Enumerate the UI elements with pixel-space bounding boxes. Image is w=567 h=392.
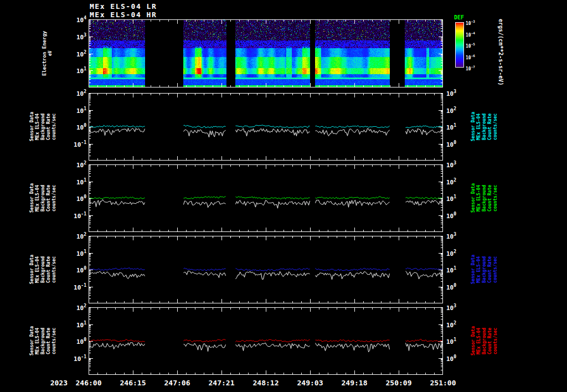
left-y-tick-label: 104 — [56, 16, 86, 24]
exponent: 1 — [453, 266, 456, 271]
x-tick-label: 250:09 — [379, 379, 419, 387]
axis-label-line: MEx ELS-04 — [35, 236, 40, 303]
axis-label-line: MEx ELS-04 — [477, 93, 481, 161]
colorbar-tick-label: 10-3 — [466, 19, 475, 26]
exponent: 2 — [84, 50, 86, 55]
x-tick-label: 248:12 — [246, 379, 286, 387]
axis-label-line: counts/sec — [52, 164, 56, 232]
exponent: 1 — [84, 66, 86, 71]
exponent: 0 — [453, 354, 456, 359]
panel-1-left-axis-label: Sensor DataMEx ELS-04BackgroundCount Rat… — [30, 93, 56, 161]
left-y-tick-label: 102 — [56, 303, 86, 312]
left-y-tick-label: 100 — [56, 337, 86, 345]
exponent: 1 — [453, 194, 456, 199]
right-y-tick-label: 103 — [446, 303, 472, 312]
plot-title-hr: MEx ELS-04 HR — [90, 11, 157, 19]
axis-label-line: Background — [41, 164, 45, 232]
exponent: 1 — [84, 249, 86, 254]
electron-energy-axis-label: Electron Energy — [42, 19, 47, 87]
left-y-tick-label: 101 — [56, 66, 86, 75]
x-tick-label: 247:06 — [157, 379, 197, 387]
left-y-tick-label: 102 — [56, 89, 86, 97]
left-y-tick-label: 100 — [56, 194, 86, 203]
colorbar-tick-label: 10-7 — [466, 65, 475, 71]
axis-label-line: Count Rate — [488, 93, 492, 161]
exponent: 3 — [453, 303, 456, 308]
left-y-tick-label: 102 — [56, 232, 86, 240]
left-y-tick-label: 101 — [56, 249, 86, 257]
panel-1-right-axis-label: Sensor DataMEx ELS-04BackgroundCount Rat… — [471, 93, 498, 161]
axis-label-line: Count Rate — [488, 307, 492, 375]
exponent: 1 — [84, 178, 86, 183]
exponent: -7 — [471, 65, 475, 69]
colorbar-tick-label: 10-5 — [466, 42, 475, 49]
axis-label-line: Sensor Data — [30, 164, 34, 232]
colorbar-tick-label: 10-6 — [466, 54, 475, 60]
panel-2-right-axis-label: Sensor DataMEx ELS-04BackgroundCount Rat… — [471, 164, 498, 232]
right-y-tick-label: 100 — [446, 140, 472, 148]
panel-2-left-axis-label: Sensor DataMEx ELS-04BackgroundCount Rat… — [30, 164, 56, 232]
exponent: 1 — [453, 337, 456, 342]
axis-label-line: Count Rate — [47, 164, 51, 232]
axis-label-line: Count Rate — [488, 236, 492, 303]
axis-label-line: MEx ELS-04 — [477, 164, 481, 232]
exponent: 2 — [453, 249, 456, 254]
exponent: -1 — [81, 212, 86, 216]
exponent: 2 — [453, 321, 456, 326]
axis-label-line: counts/sec — [493, 164, 498, 232]
line-panel-1-canvas — [89, 93, 443, 161]
exponent: -1 — [81, 283, 86, 288]
axis-label-line: Background — [482, 307, 487, 375]
axis-label-line: counts/sec — [493, 236, 498, 303]
left-y-tick-label: 100 — [56, 266, 86, 274]
right-y-tick-label: 103 — [446, 89, 472, 97]
x-tick-label: 246:00 — [69, 379, 109, 387]
right-y-tick-label: 100 — [446, 354, 472, 363]
axis-label-line: Background — [41, 307, 45, 375]
axis-label-line: Sensor Data — [30, 236, 34, 303]
right-y-tick-label: 101 — [446, 123, 472, 131]
plot-title-lr: MEx ELS-04 LR — [90, 2, 157, 11]
panel-3-right-axis-label: Sensor DataMEx ELS-04BackgroundCount Rat… — [471, 236, 498, 303]
left-y-tick-label: 10-1 — [56, 140, 86, 148]
left-y-tick-label: 102 — [56, 161, 86, 169]
axis-label-line: Count Rate — [47, 307, 51, 375]
axis-label-line: MEx ELS-04 — [477, 307, 481, 375]
x-axis-year-label: 2023 — [35, 379, 68, 387]
exponent: 1 — [84, 106, 86, 111]
axis-label-line: Sensor Data — [30, 93, 34, 161]
exponent: 0 — [84, 266, 86, 271]
x-tick-label: 247:21 — [202, 379, 241, 387]
axis-label-line: counts/sec — [493, 93, 498, 161]
exponent: 0 — [84, 337, 86, 342]
x-tick-label: 251:00 — [423, 379, 463, 387]
axis-label-line: Count Rate — [47, 93, 51, 161]
spectrogram-y-axis-label-group: Electron Energy eV — [37, 19, 58, 87]
right-y-tick-label: 101 — [446, 194, 472, 203]
axis-label-line: counts/sec — [493, 307, 498, 375]
axis-label-line: MEx ELS-04 — [35, 164, 40, 232]
left-y-tick-label: 10-1 — [56, 283, 86, 291]
exponent: 0 — [84, 123, 86, 128]
exponent: 2 — [84, 232, 86, 237]
spectrogram-canvas — [89, 19, 443, 87]
right-y-tick-label: 102 — [446, 249, 472, 257]
line-panel-3-canvas — [89, 236, 443, 303]
right-y-tick-label: 102 — [446, 321, 472, 329]
left-y-tick-label: 103 — [56, 33, 86, 41]
right-y-tick-label: 103 — [446, 232, 472, 240]
axis-label-line: counts/sec — [52, 307, 56, 375]
exponent: 0 — [453, 140, 456, 145]
axis-label-line: Count Rate — [488, 164, 492, 232]
exponent: 0 — [453, 212, 456, 216]
exponent: 0 — [84, 194, 86, 199]
exponent: 3 — [84, 33, 86, 38]
left-y-tick-label: 101 — [56, 178, 86, 186]
axis-label-line: Sensor Data — [30, 307, 34, 375]
axis-label-line: MEx ELS-04 — [35, 307, 40, 375]
exponent: 1 — [84, 321, 86, 326]
colorbar-tick-label: 10-4 — [466, 31, 475, 38]
right-y-tick-label: 101 — [446, 266, 472, 274]
exponent: 2 — [453, 106, 456, 111]
exponent: -5 — [471, 42, 475, 46]
